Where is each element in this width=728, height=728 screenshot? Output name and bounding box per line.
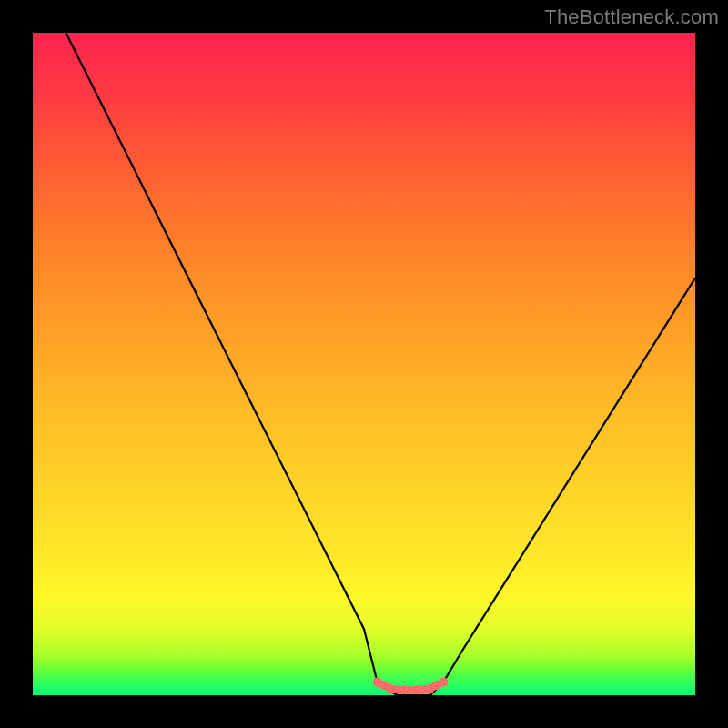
- chart-gradient-area: [33, 33, 695, 695]
- watermark-text: TheBottleneck.com: [544, 5, 719, 29]
- chart-frame: TheBottleneck.com: [0, 0, 728, 728]
